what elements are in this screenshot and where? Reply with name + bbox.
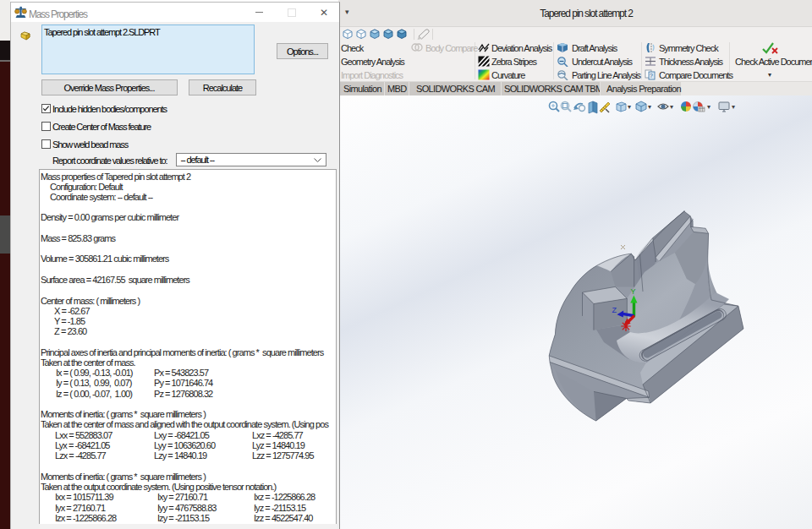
svg-text:▾: ▾ [670, 103, 673, 111]
svg-text:▾: ▾ [628, 103, 631, 111]
svg-text:▾: ▾ [732, 103, 735, 111]
svg-text:▾: ▾ [648, 103, 651, 111]
svg-text:▾: ▾ [707, 103, 710, 111]
svg-text:Y: Y [631, 287, 636, 296]
svg-text:Z: Z [612, 306, 617, 314]
